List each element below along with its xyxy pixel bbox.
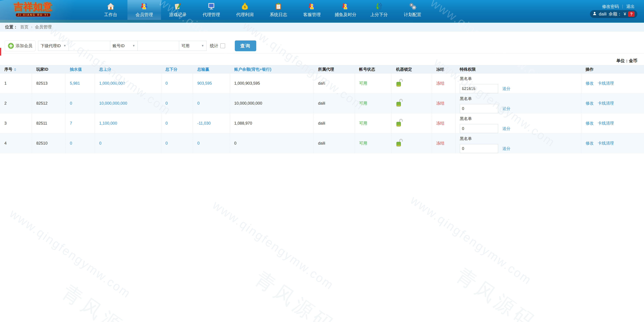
cell-total-down[interactable]: 0 bbox=[161, 73, 193, 93]
cell-total-down[interactable]: 0 bbox=[161, 93, 193, 113]
blacklist-label[interactable]: 黑名单 bbox=[460, 116, 581, 121]
cell-total-down[interactable]: 0 bbox=[161, 113, 193, 133]
nav-item-workbench[interactable]: 工作台 bbox=[94, 0, 128, 20]
blacklist-label[interactable]: 黑名单 bbox=[460, 96, 581, 101]
freeze-link[interactable]: 冻结 bbox=[436, 81, 444, 86]
nav-item-customer-service[interactable]: 客服管理 bbox=[295, 0, 329, 20]
clear-line-link[interactable]: 卡线清理 bbox=[598, 121, 614, 125]
score-input[interactable] bbox=[460, 124, 498, 133]
account-id-input[interactable] bbox=[138, 41, 179, 51]
cell-balance: 1,000,903,595 bbox=[230, 73, 314, 93]
unit-note: 单位：金币 bbox=[0, 58, 644, 64]
send-score-link[interactable]: 送分 bbox=[502, 126, 510, 131]
clear-line-link[interactable]: 卡线清理 bbox=[598, 101, 614, 105]
col-player-id: 玩家ID bbox=[32, 65, 66, 73]
watermark-text-cn: 青风源码 bbox=[57, 279, 148, 322]
username: daili bbox=[599, 12, 606, 17]
nav-item-agent-management[interactable]: 代理管理 bbox=[194, 0, 228, 20]
cell-rake[interactable]: 7 bbox=[66, 113, 95, 133]
account-id-select[interactable]: 账号ID ▼ bbox=[110, 41, 138, 51]
add-member-button[interactable]: 添加会员 bbox=[5, 41, 36, 51]
cell-machine-lock bbox=[392, 73, 432, 93]
nav-item-agent-profit[interactable]: $ 代理利润 bbox=[228, 0, 262, 20]
col-total-down[interactable]: 总下分 bbox=[161, 65, 193, 73]
change-password-link[interactable]: 修改密码 bbox=[602, 4, 619, 9]
nav-label: 游戏记录 bbox=[169, 12, 186, 18]
edit-link[interactable]: 修改 bbox=[586, 101, 594, 105]
col-rake[interactable]: 抽水值 bbox=[66, 65, 95, 73]
breadcrumb-home-link[interactable]: 首页 bbox=[20, 24, 28, 30]
watermark-text-cn: 青风源码 bbox=[451, 262, 542, 322]
unlock-icon[interactable] bbox=[396, 139, 403, 148]
agent-id-select[interactable]: 下级代理ID ▼ bbox=[38, 41, 69, 51]
unlock-icon[interactable] bbox=[396, 79, 403, 88]
breadcrumb-label: 位置： bbox=[5, 24, 18, 30]
nav-item-plan-config[interactable]: 计划配置 bbox=[396, 0, 429, 20]
send-score-link[interactable]: 送分 bbox=[502, 106, 510, 111]
col-total-up[interactable]: 总上分 bbox=[95, 65, 161, 73]
cell-win-loss[interactable]: 903,595 bbox=[193, 73, 230, 93]
col-balance[interactable]: 账户余额(背包+银行) bbox=[230, 65, 314, 73]
score-input[interactable] bbox=[460, 104, 498, 113]
stats-checkbox[interactable] bbox=[220, 44, 225, 48]
watermark-text: www.qingfengymw.com bbox=[408, 193, 534, 287]
score-input[interactable] bbox=[460, 144, 498, 153]
edit-link[interactable]: 修改 bbox=[586, 141, 594, 145]
cell-win-loss[interactable]: -11,030 bbox=[193, 113, 230, 133]
nav-item-game-records[interactable]: 游戏记录 bbox=[161, 0, 194, 20]
clear-line-link[interactable]: 卡线清理 bbox=[598, 81, 614, 86]
watermark-text: www.qingfengymw.com bbox=[210, 198, 336, 292]
cell-machine-lock bbox=[392, 93, 432, 113]
header-bottom-strip bbox=[0, 20, 644, 23]
unlock-icon[interactable] bbox=[396, 119, 403, 128]
cell-total-down[interactable]: 0 bbox=[161, 133, 193, 153]
cell-balance: 0 bbox=[230, 133, 314, 153]
balance-badge[interactable]: ? bbox=[628, 12, 634, 17]
cell-win-loss[interactable]: 0 bbox=[193, 133, 230, 153]
col-win-loss[interactable]: 总输赢 bbox=[193, 65, 230, 73]
freeze-link[interactable]: 冻结 bbox=[436, 141, 444, 145]
agent-management-icon bbox=[207, 2, 215, 10]
cell-total-up[interactable]: 0 bbox=[95, 133, 161, 153]
nav-item-members[interactable]: 会员管理 bbox=[128, 0, 161, 20]
col-index[interactable]: 序号 bbox=[0, 65, 32, 73]
cell-total-up[interactable]: 1,000,000,000 bbox=[95, 73, 161, 93]
blacklist-label[interactable]: 黑名单 bbox=[460, 136, 581, 141]
nav-item-system-log[interactable]: 系统日志 bbox=[262, 0, 295, 20]
cell-actions: 修改 卡线清理 bbox=[581, 113, 644, 133]
cell-rake[interactable]: 0 bbox=[66, 133, 95, 153]
cell-freeze: 冻结 bbox=[432, 133, 455, 153]
nav-item-score-updown[interactable]: 上分下分 bbox=[362, 0, 396, 20]
freeze-link[interactable]: 冻结 bbox=[436, 101, 444, 105]
send-score-link[interactable]: 送分 bbox=[502, 86, 510, 91]
cell-rake[interactable]: 5,981 bbox=[66, 73, 95, 93]
cell-actions: 修改 卡线清理 bbox=[581, 73, 644, 93]
cell-win-loss[interactable]: 0 bbox=[193, 93, 230, 113]
agent-id-input[interactable] bbox=[68, 41, 110, 51]
freeze-link[interactable]: 冻结 bbox=[436, 121, 444, 125]
cell-special-perms: 黑名单 送分 bbox=[455, 93, 581, 113]
nav-item-fishing-score[interactable]: 捕鱼及时分 bbox=[329, 0, 362, 20]
member-management-page: 吉祥如意 JI XIANG RU YI 工作台 会员管理 游戏记录 bbox=[0, 0, 644, 322]
edit-link[interactable]: 修改 bbox=[586, 81, 594, 86]
cell-agent: daili bbox=[314, 113, 355, 133]
cell-total-up[interactable]: 1,100,000 bbox=[95, 113, 161, 133]
cell-freeze: 冻结 bbox=[432, 73, 455, 93]
chevron-down-icon: ▼ bbox=[64, 44, 66, 48]
search-button[interactable]: 查询 bbox=[235, 41, 256, 51]
balance-label: 余额： bbox=[608, 11, 622, 17]
blacklist-label[interactable]: 黑名单 bbox=[460, 76, 581, 81]
sort-icon[interactable] bbox=[14, 68, 16, 71]
logout-link[interactable]: 退出 bbox=[626, 4, 634, 9]
cell-total-up[interactable]: 10,000,000,000 bbox=[95, 93, 161, 113]
status-select[interactable]: 可用 ▼ bbox=[179, 41, 206, 51]
add-member-label: 添加会员 bbox=[16, 43, 32, 49]
clear-line-link[interactable]: 卡线清理 bbox=[598, 141, 614, 145]
cell-rake[interactable]: 0 bbox=[66, 93, 95, 113]
table-row: 3 82511 7 1,100,000 0 -11,030 1,088,970 … bbox=[0, 113, 644, 133]
edit-link[interactable]: 修改 bbox=[586, 121, 594, 125]
score-input[interactable] bbox=[460, 84, 498, 93]
send-score-link[interactable]: 送分 bbox=[502, 146, 510, 151]
user-balance-pill[interactable]: daili 余额： ¥ ? bbox=[590, 10, 637, 18]
unlock-icon[interactable] bbox=[396, 99, 403, 108]
